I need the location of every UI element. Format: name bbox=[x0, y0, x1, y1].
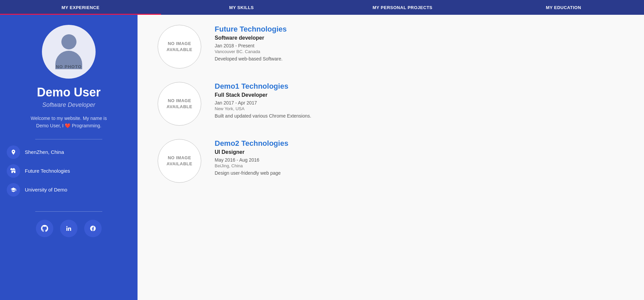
social-links bbox=[36, 220, 102, 237]
exp-location-1: Vancouver BC. Canada bbox=[215, 49, 287, 54]
university-text: University of Demo bbox=[25, 187, 67, 192]
info-company: Future Technologies bbox=[7, 164, 131, 178]
nav-education[interactable]: MY EDUCATION bbox=[483, 0, 644, 15]
exp-dates-3: May 2016 - Aug 2016 bbox=[215, 157, 288, 163]
exp-image-1: NO IMAGEAVAILABLE bbox=[158, 25, 201, 69]
exp-details-3: Demo2 Technologies UI Designer May 2016 … bbox=[215, 139, 288, 176]
exp-desc-2: Built and updated various Chrome Extensi… bbox=[215, 113, 311, 119]
info-education: University of Demo bbox=[7, 183, 131, 197]
exp-dates-1: Jan 2018 - Present bbox=[215, 43, 287, 48]
linkedin-button[interactable] bbox=[60, 220, 77, 237]
exp-location-3: BeiJing, China bbox=[215, 163, 288, 168]
avatar-head bbox=[61, 34, 76, 49]
user-title: Software Developer bbox=[42, 101, 95, 109]
exp-details-2: Demo1 Technologies Full Stack Developer … bbox=[215, 82, 311, 119]
education-icon bbox=[7, 183, 20, 197]
exp-location-2: New York, USA bbox=[215, 106, 311, 111]
divider-1 bbox=[35, 139, 102, 139]
exp-dates-2: Jan 2017 - Apr 2017 bbox=[215, 100, 311, 105]
exp-role-1: Software developer bbox=[215, 35, 287, 41]
user-name: Demo User bbox=[37, 85, 101, 99]
facebook-button[interactable] bbox=[84, 220, 102, 237]
avatar-label: NO PHOTO bbox=[56, 64, 82, 69]
github-button[interactable] bbox=[36, 220, 53, 237]
sidebar: NO PHOTO Demo User Software Developer We… bbox=[0, 15, 138, 300]
exp-details-1: Future Technologies Software developer J… bbox=[215, 25, 287, 61]
exp-company-3: Demo2 Technologies bbox=[215, 139, 288, 148]
exp-company-1: Future Technologies bbox=[215, 25, 287, 34]
exp-role-3: UI Designer bbox=[215, 149, 288, 155]
experience-item-1: NO IMAGEAVAILABLE Future Technologies So… bbox=[158, 25, 624, 69]
exp-desc-1: Developed web-based Software. bbox=[215, 56, 287, 61]
exp-image-3: NO IMAGEAVAILABLE bbox=[158, 139, 201, 183]
main-layout: NO PHOTO Demo User Software Developer We… bbox=[0, 15, 644, 300]
location-icon bbox=[7, 145, 20, 159]
nav-experience[interactable]: MY EXPERIENCE bbox=[0, 0, 161, 15]
info-list: ShenZhen, China Future Technologies Univ… bbox=[7, 145, 131, 202]
experience-item-3: NO IMAGEAVAILABLE Demo2 Technologies UI … bbox=[158, 139, 624, 183]
location-text: ShenZhen, China bbox=[25, 149, 64, 155]
exp-desc-3: Design user-fridendly web page bbox=[215, 170, 288, 176]
company-text: Future Technologies bbox=[25, 168, 70, 174]
experience-item-2: NO IMAGEAVAILABLE Demo1 Technologies Ful… bbox=[158, 82, 624, 126]
divider-2 bbox=[35, 211, 102, 212]
nav-skills[interactable]: MY SKILLS bbox=[161, 0, 322, 15]
exp-image-2: NO IMAGEAVAILABLE bbox=[158, 82, 201, 126]
experience-content: NO IMAGEAVAILABLE Future Technologies So… bbox=[138, 15, 644, 300]
info-location: ShenZhen, China bbox=[7, 145, 131, 159]
exp-role-2: Full Stack Developer bbox=[215, 92, 311, 98]
user-bio: Welcome to my website. My name is Demo U… bbox=[28, 115, 110, 130]
company-icon bbox=[7, 164, 20, 178]
avatar: NO PHOTO bbox=[42, 25, 96, 79]
exp-company-2: Demo1 Technologies bbox=[215, 82, 311, 91]
nav-projects[interactable]: MY PERSONAL PROJECTS bbox=[322, 0, 483, 15]
heart-icon: ❤️ bbox=[65, 123, 70, 128]
main-nav: MY EXPERIENCE MY SKILLS MY PERSONAL PROJ… bbox=[0, 0, 644, 15]
